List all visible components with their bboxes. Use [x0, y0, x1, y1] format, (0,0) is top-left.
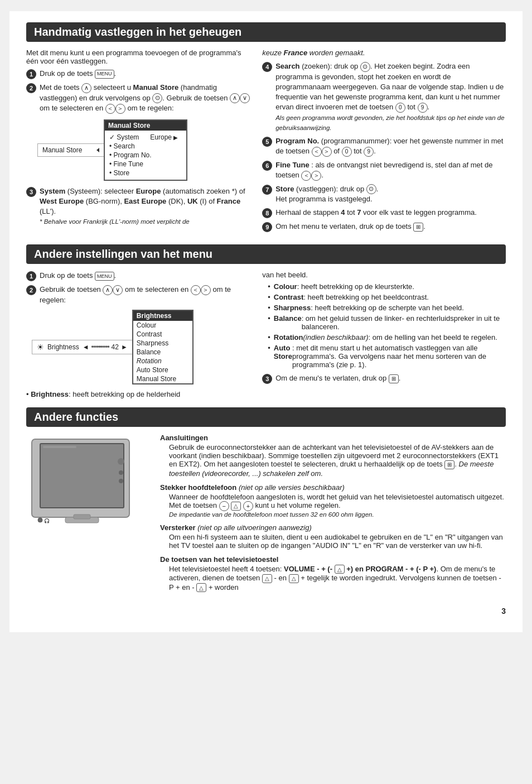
- num-6: 6: [262, 161, 272, 171]
- s2-autostore: Auto Store: met dit menu start u het aut…: [262, 344, 506, 369]
- section2-right: van het beeld. Colour: heeft betrekking …: [262, 271, 506, 398]
- nine-key-5: 9: [364, 147, 374, 157]
- section-header-manual-store: Handmatig vastleggen in het geheugen: [26, 22, 506, 42]
- section-header-functies: Andere functies: [26, 407, 506, 427]
- section2-left: 1 Druk op de toets MENU. 2 Gebruik de to…: [26, 271, 251, 398]
- menu-item-program: • Program No.: [109, 151, 182, 160]
- right-key-6: ＞: [311, 171, 321, 181]
- svg-text:🎧: 🎧: [44, 518, 50, 523]
- s3-hoofdtelefoon-title: Stekker hoofdtelefoon: [160, 483, 236, 492]
- s2-sharpness: Sharpness: heeft betrekking op de scherp…: [262, 304, 506, 312]
- brightness-value: 42: [112, 343, 119, 351]
- s2-van-het-beeld: van het beeld.: [262, 271, 506, 279]
- svg-rect-4: [74, 514, 90, 519]
- section1-item-4: 4 Search (zoeken): druk op ⊙. Het zoeken…: [262, 61, 506, 133]
- section1-note-top: keuze France worden gemaakt.: [262, 49, 506, 57]
- zero-key-5: 0: [342, 147, 352, 157]
- num-3: 3: [26, 187, 36, 197]
- section1-item-3: 3 System (Systeem): selecteer Europe (au…: [26, 186, 251, 227]
- svg-rect-1: [40, 444, 124, 508]
- bm-balance: Balance: [133, 348, 192, 357]
- s3-hoofdtelefoon-note: (niet op alle versies beschikbaar): [239, 483, 345, 492]
- section1-item-1: 1 Druk op de toets MENU.: [26, 69, 251, 79]
- section1-item-6: 6 Fine Tune : als de ontvangst niet bevr…: [262, 160, 506, 181]
- s3-versterker-note: (niet op alle uitvoeringen aanwezig): [197, 523, 312, 532]
- brightness-box: ☀ Brightness ◄ •••••••••• 42 ►: [32, 340, 133, 354]
- tv-illustration: 🎧: [26, 434, 138, 545]
- section2-item-2: 2 Gebruik de toetsen ∧∨ om te selecteren…: [26, 285, 251, 305]
- menu-key-s2: MENU: [95, 272, 114, 281]
- s2-num-1: 1: [26, 271, 36, 281]
- s3-versterker-title: Versterker: [160, 523, 196, 532]
- ok-key: ⊙: [152, 93, 162, 103]
- nine-key: 9: [418, 103, 428, 113]
- section2-item-1: 1 Druk op de toets MENU.: [26, 271, 251, 281]
- brightness-menu: Brightness Colour Contrast Sharpness Bal…: [132, 310, 194, 384]
- right-key: ＞: [115, 104, 125, 114]
- brightness-label: Brightness: [47, 343, 79, 351]
- section-manual-store: Handmatig vastleggen in het geheugen Met…: [26, 22, 506, 235]
- s3-aansluitingen: Aansluitingen Gebruik de euroconnectorst…: [160, 434, 506, 478]
- num-1: 1: [26, 69, 36, 79]
- section-andere-functies: Andere functies: [26, 407, 506, 598]
- section1-left: Met dit menu kunt u een programma toevoe…: [26, 49, 251, 235]
- brightness-slider: ◄ •••••••••• 42 ►: [83, 343, 128, 351]
- s2-rotation: Rotation (indien beschikbaar): om de hel…: [262, 333, 506, 342]
- vol-down: −: [219, 501, 229, 511]
- ok-key-7: ⊙: [366, 184, 376, 194]
- num-8: 8: [262, 208, 272, 218]
- bm-manualstore: Manual Store: [133, 374, 192, 383]
- svg-point-8: [38, 518, 42, 522]
- s3-toetsen: De toetsen van het televisietoestel Het …: [160, 555, 506, 593]
- triangle-plus: △: [289, 574, 299, 583]
- zero-key: 0: [395, 103, 405, 113]
- bm-rotation: Rotation: [133, 357, 192, 365]
- menu-arrow: [96, 148, 99, 152]
- menu-outer: Manual Store: [37, 143, 104, 157]
- menu-item-system: ✓ System Europe ▶: [109, 133, 182, 142]
- menu-item-finetune: • Fine Tune: [109, 160, 182, 169]
- s2-colour: Colour: heeft betrekking op de kleurster…: [262, 282, 506, 291]
- updown-key: ∧: [230, 93, 240, 103]
- s2-up: ∧: [103, 285, 113, 295]
- svg-point-7: [119, 479, 123, 483]
- num-2: 2: [26, 83, 36, 93]
- menu-item-search: • Search: [109, 142, 182, 151]
- bm-colour: Colour: [133, 321, 192, 330]
- vol-up: +: [243, 501, 253, 511]
- up-key: ∧: [81, 83, 91, 93]
- menu-key: MENU: [95, 70, 114, 79]
- section1-right: keuze France worden gemaakt. 4 Search (z…: [262, 49, 506, 235]
- s3-toetsen-title: De toetsen van het televisietoestel: [160, 555, 278, 564]
- section1-item-2: 2 Met de toets ∧ selecteert u Manual Sto…: [26, 83, 251, 114]
- manual-store-menu: Manual Store Manual Store ✓ System Europ…: [37, 119, 251, 181]
- num-9: 9: [262, 222, 272, 232]
- section3-right: Aansluitingen Gebruik de euroconnectorst…: [160, 434, 506, 598]
- down-key: ∨: [240, 93, 250, 103]
- bm-contrast: Contrast: [133, 330, 192, 339]
- ext-key: ⊞: [444, 460, 454, 469]
- section3-left: 🎧: [26, 434, 149, 598]
- left-arrow: ◄: [83, 343, 89, 351]
- s3-versterker: Versterker (niet op alle uitvoeringen aa…: [160, 523, 506, 550]
- svg-rect-2: [43, 446, 76, 448]
- num-7: 7: [262, 185, 272, 195]
- section1-item-9: 9 Om het menu te verlaten, druk op de to…: [262, 222, 506, 232]
- slider-track: ••••••••••: [91, 343, 109, 351]
- bm-autostore: Auto Store: [133, 365, 192, 374]
- vol-icon: △: [231, 502, 241, 511]
- s2-item-3: 3 Om de menu's te verlaten, druk op ⊞.: [262, 373, 506, 384]
- s2-down: ∨: [113, 285, 123, 295]
- tv-key-s2: ⊞: [389, 374, 399, 383]
- bm-sharpness: Sharpness: [133, 339, 192, 348]
- brightness-menu-header: Brightness: [133, 311, 192, 321]
- left-key: ＜: [105, 104, 115, 114]
- section-header-andere: Andere instellingen van het menu: [26, 244, 506, 264]
- page-number: 3: [26, 607, 506, 615]
- right-key-5: ＞: [322, 147, 332, 157]
- num-5: 5: [262, 137, 272, 147]
- section-andere-instellingen: Andere instellingen van het menu 1 Druk …: [26, 244, 506, 398]
- svg-point-6: [119, 470, 123, 475]
- svg-point-5: [118, 458, 124, 465]
- brightness-note: • Brightness: heeft betrekking op de hel…: [26, 390, 251, 398]
